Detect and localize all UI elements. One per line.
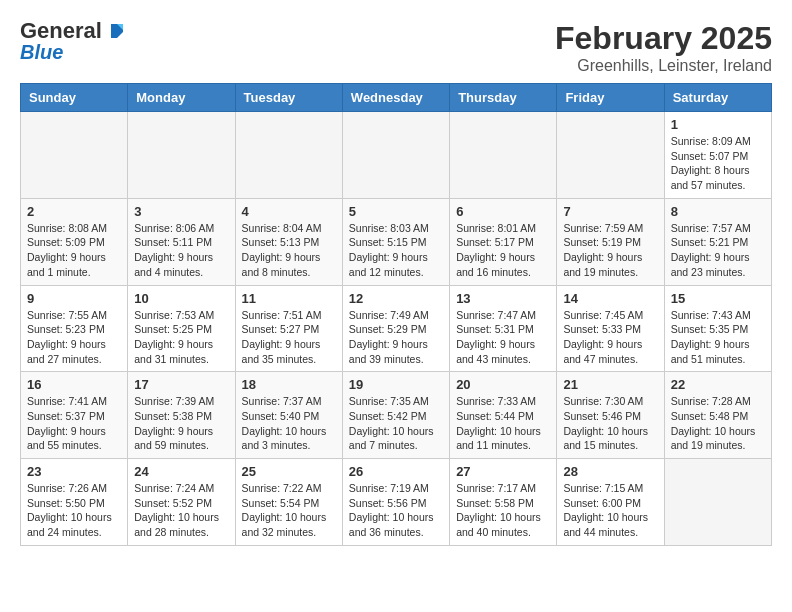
calendar-cell: 27Sunrise: 7:17 AM Sunset: 5:58 PM Dayli… xyxy=(450,459,557,546)
day-number: 19 xyxy=(349,377,443,392)
weekday-header: Wednesday xyxy=(342,84,449,112)
calendar-header-row: SundayMondayTuesdayWednesdayThursdayFrid… xyxy=(21,84,772,112)
day-number: 23 xyxy=(27,464,121,479)
calendar-table: SundayMondayTuesdayWednesdayThursdayFrid… xyxy=(20,83,772,546)
calendar-cell: 15Sunrise: 7:43 AM Sunset: 5:35 PM Dayli… xyxy=(664,285,771,372)
logo-blue-text: Blue xyxy=(20,42,63,62)
day-number: 20 xyxy=(456,377,550,392)
day-number: 10 xyxy=(134,291,228,306)
day-info: Sunrise: 7:49 AM Sunset: 5:29 PM Dayligh… xyxy=(349,308,443,367)
day-info: Sunrise: 7:35 AM Sunset: 5:42 PM Dayligh… xyxy=(349,394,443,453)
calendar-cell xyxy=(342,112,449,199)
day-info: Sunrise: 7:17 AM Sunset: 5:58 PM Dayligh… xyxy=(456,481,550,540)
calendar-cell: 13Sunrise: 7:47 AM Sunset: 5:31 PM Dayli… xyxy=(450,285,557,372)
calendar-week-row: 16Sunrise: 7:41 AM Sunset: 5:37 PM Dayli… xyxy=(21,372,772,459)
calendar-cell xyxy=(21,112,128,199)
day-info: Sunrise: 7:22 AM Sunset: 5:54 PM Dayligh… xyxy=(242,481,336,540)
calendar-cell: 10Sunrise: 7:53 AM Sunset: 5:25 PM Dayli… xyxy=(128,285,235,372)
calendar-cell: 26Sunrise: 7:19 AM Sunset: 5:56 PM Dayli… xyxy=(342,459,449,546)
calendar-cell: 23Sunrise: 7:26 AM Sunset: 5:50 PM Dayli… xyxy=(21,459,128,546)
sub-title: Greenhills, Leinster, Ireland xyxy=(555,57,772,75)
calendar-cell: 11Sunrise: 7:51 AM Sunset: 5:27 PM Dayli… xyxy=(235,285,342,372)
calendar-week-row: 1Sunrise: 8:09 AM Sunset: 5:07 PM Daylig… xyxy=(21,112,772,199)
day-info: Sunrise: 8:04 AM Sunset: 5:13 PM Dayligh… xyxy=(242,221,336,280)
day-number: 26 xyxy=(349,464,443,479)
weekday-header: Thursday xyxy=(450,84,557,112)
main-title: February 2025 xyxy=(555,20,772,57)
day-info: Sunrise: 8:06 AM Sunset: 5:11 PM Dayligh… xyxy=(134,221,228,280)
calendar-week-row: 2Sunrise: 8:08 AM Sunset: 5:09 PM Daylig… xyxy=(21,198,772,285)
calendar-cell: 7Sunrise: 7:59 AM Sunset: 5:19 PM Daylig… xyxy=(557,198,664,285)
day-info: Sunrise: 8:03 AM Sunset: 5:15 PM Dayligh… xyxy=(349,221,443,280)
weekday-header: Saturday xyxy=(664,84,771,112)
day-number: 8 xyxy=(671,204,765,219)
day-number: 24 xyxy=(134,464,228,479)
calendar-cell: 5Sunrise: 8:03 AM Sunset: 5:15 PM Daylig… xyxy=(342,198,449,285)
day-number: 25 xyxy=(242,464,336,479)
weekday-header: Friday xyxy=(557,84,664,112)
calendar-cell xyxy=(235,112,342,199)
calendar-cell xyxy=(128,112,235,199)
day-info: Sunrise: 7:43 AM Sunset: 5:35 PM Dayligh… xyxy=(671,308,765,367)
calendar-cell: 6Sunrise: 8:01 AM Sunset: 5:17 PM Daylig… xyxy=(450,198,557,285)
day-number: 27 xyxy=(456,464,550,479)
day-info: Sunrise: 7:15 AM Sunset: 6:00 PM Dayligh… xyxy=(563,481,657,540)
calendar-cell: 14Sunrise: 7:45 AM Sunset: 5:33 PM Dayli… xyxy=(557,285,664,372)
day-info: Sunrise: 8:09 AM Sunset: 5:07 PM Dayligh… xyxy=(671,134,765,193)
weekday-header: Sunday xyxy=(21,84,128,112)
day-number: 22 xyxy=(671,377,765,392)
day-number: 16 xyxy=(27,377,121,392)
day-info: Sunrise: 7:45 AM Sunset: 5:33 PM Dayligh… xyxy=(563,308,657,367)
day-info: Sunrise: 7:39 AM Sunset: 5:38 PM Dayligh… xyxy=(134,394,228,453)
calendar-cell: 25Sunrise: 7:22 AM Sunset: 5:54 PM Dayli… xyxy=(235,459,342,546)
calendar-cell: 3Sunrise: 8:06 AM Sunset: 5:11 PM Daylig… xyxy=(128,198,235,285)
day-info: Sunrise: 7:33 AM Sunset: 5:44 PM Dayligh… xyxy=(456,394,550,453)
day-info: Sunrise: 7:19 AM Sunset: 5:56 PM Dayligh… xyxy=(349,481,443,540)
day-info: Sunrise: 7:59 AM Sunset: 5:19 PM Dayligh… xyxy=(563,221,657,280)
day-number: 1 xyxy=(671,117,765,132)
day-number: 5 xyxy=(349,204,443,219)
day-info: Sunrise: 7:41 AM Sunset: 5:37 PM Dayligh… xyxy=(27,394,121,453)
day-number: 21 xyxy=(563,377,657,392)
page-header: General Blue February 2025 Greenhills, L… xyxy=(20,20,772,75)
day-number: 4 xyxy=(242,204,336,219)
calendar-cell: 28Sunrise: 7:15 AM Sunset: 6:00 PM Dayli… xyxy=(557,459,664,546)
calendar-cell: 4Sunrise: 8:04 AM Sunset: 5:13 PM Daylig… xyxy=(235,198,342,285)
day-info: Sunrise: 7:57 AM Sunset: 5:21 PM Dayligh… xyxy=(671,221,765,280)
day-number: 9 xyxy=(27,291,121,306)
calendar-cell: 9Sunrise: 7:55 AM Sunset: 5:23 PM Daylig… xyxy=(21,285,128,372)
day-number: 2 xyxy=(27,204,121,219)
day-number: 11 xyxy=(242,291,336,306)
day-number: 3 xyxy=(134,204,228,219)
day-info: Sunrise: 7:37 AM Sunset: 5:40 PM Dayligh… xyxy=(242,394,336,453)
day-number: 7 xyxy=(563,204,657,219)
day-info: Sunrise: 8:08 AM Sunset: 5:09 PM Dayligh… xyxy=(27,221,121,280)
day-info: Sunrise: 7:53 AM Sunset: 5:25 PM Dayligh… xyxy=(134,308,228,367)
title-block: February 2025 Greenhills, Leinster, Irel… xyxy=(555,20,772,75)
day-number: 18 xyxy=(242,377,336,392)
calendar-cell: 19Sunrise: 7:35 AM Sunset: 5:42 PM Dayli… xyxy=(342,372,449,459)
calendar-cell: 22Sunrise: 7:28 AM Sunset: 5:48 PM Dayli… xyxy=(664,372,771,459)
calendar-cell xyxy=(450,112,557,199)
day-info: Sunrise: 7:26 AM Sunset: 5:50 PM Dayligh… xyxy=(27,481,121,540)
calendar-cell: 1Sunrise: 8:09 AM Sunset: 5:07 PM Daylig… xyxy=(664,112,771,199)
weekday-header: Monday xyxy=(128,84,235,112)
calendar-cell: 16Sunrise: 7:41 AM Sunset: 5:37 PM Dayli… xyxy=(21,372,128,459)
day-number: 6 xyxy=(456,204,550,219)
calendar-cell: 18Sunrise: 7:37 AM Sunset: 5:40 PM Dayli… xyxy=(235,372,342,459)
weekday-header: Tuesday xyxy=(235,84,342,112)
day-number: 14 xyxy=(563,291,657,306)
calendar-cell xyxy=(664,459,771,546)
calendar-cell: 12Sunrise: 7:49 AM Sunset: 5:29 PM Dayli… xyxy=(342,285,449,372)
day-info: Sunrise: 7:30 AM Sunset: 5:46 PM Dayligh… xyxy=(563,394,657,453)
day-info: Sunrise: 7:47 AM Sunset: 5:31 PM Dayligh… xyxy=(456,308,550,367)
day-number: 13 xyxy=(456,291,550,306)
day-number: 17 xyxy=(134,377,228,392)
calendar-cell: 21Sunrise: 7:30 AM Sunset: 5:46 PM Dayli… xyxy=(557,372,664,459)
calendar-week-row: 23Sunrise: 7:26 AM Sunset: 5:50 PM Dayli… xyxy=(21,459,772,546)
day-info: Sunrise: 8:01 AM Sunset: 5:17 PM Dayligh… xyxy=(456,221,550,280)
logo: General Blue xyxy=(20,20,125,62)
logo-general-text: General xyxy=(20,20,102,42)
calendar-cell xyxy=(557,112,664,199)
day-info: Sunrise: 7:28 AM Sunset: 5:48 PM Dayligh… xyxy=(671,394,765,453)
